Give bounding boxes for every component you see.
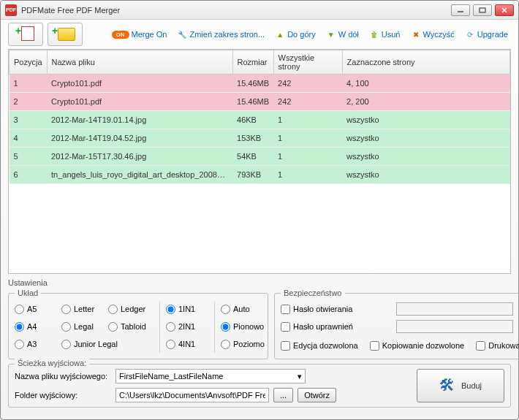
col-allpages[interactable]: Wszystkie strony	[273, 50, 342, 75]
copy-allowed-check[interactable]: Kopiowanie dozwolone	[370, 338, 465, 353]
app-window: PDF PDFMate Free PDF Merger + + ON Merge…	[0, 0, 519, 420]
minimize-button[interactable]	[451, 4, 470, 16]
settings-section: Ustawienia Układ A5LetterLedgerA4LegalTa…	[8, 278, 511, 359]
add-file-icon: +	[17, 26, 34, 42]
output-name-combo[interactable]: FirstFileName_LastFileName ▾	[115, 369, 306, 383]
radio-junior-legal[interactable]: Junior Legal	[61, 337, 105, 351]
col-filename[interactable]: Nazwa pliku	[47, 50, 232, 75]
broom-icon: ✖	[411, 29, 421, 39]
table-row[interactable]: 1Crypto101.pdf15.46MB2424, 100	[10, 75, 510, 93]
arrow-down-icon: ▼	[326, 29, 336, 39]
tools-icon: 🛠	[439, 376, 455, 395]
titlebar: PDF PDFMate Free PDF Merger	[1, 1, 518, 20]
open-password-input	[396, 302, 513, 316]
merge-toggle[interactable]: ON Merge On	[109, 28, 170, 40]
maximize-button[interactable]	[473, 4, 492, 16]
col-position[interactable]: Pozycja	[10, 50, 48, 75]
table-row[interactable]: 52012-Mar-15T17.30.46.jpg54KB1wszystko	[10, 148, 510, 166]
layout-legend: Układ	[15, 289, 41, 297]
add-file-button[interactable]: +	[8, 23, 43, 46]
security-fieldset: Bezpieczeństwo Hasło otwierania Hasło up…	[274, 289, 519, 359]
arrow-up-icon: ▲	[275, 29, 285, 39]
toolbar: + + ON Merge On 🔧Zmień zakres stron... ▲…	[1, 20, 518, 49]
output-folder-label: Folder wyjściowy:	[15, 391, 110, 400]
radio-a5[interactable]: A5	[15, 302, 58, 316]
add-folder-button[interactable]: +	[48, 23, 83, 46]
clear-link[interactable]: ✖Wyczyść	[408, 28, 458, 41]
table-row[interactable]: 32012-Mar-14T19.01.14.jpg46KB1wszystko	[10, 111, 510, 129]
upgrade-link[interactable]: ⟳Upgrade	[462, 28, 511, 41]
perm-password-check[interactable]: Hasło uprawnień	[281, 319, 390, 334]
build-button[interactable]: 🛠 Buduj	[417, 369, 504, 402]
settings-label: Ustawienia	[8, 278, 511, 287]
move-up-link[interactable]: ▲Do góry	[272, 28, 319, 41]
svg-rect-1	[480, 8, 485, 12]
radio-pionowo[interactable]: Pionowo	[221, 319, 262, 334]
output-folder-input[interactable]	[115, 388, 269, 402]
open-password-check[interactable]: Hasło otwierania	[281, 302, 390, 316]
perm-password-input	[396, 320, 513, 333]
col-size[interactable]: Rozmiar	[232, 50, 273, 75]
move-down-link[interactable]: ▼W dół	[323, 28, 362, 41]
add-folder-icon: +	[55, 26, 75, 42]
upgrade-icon: ⟳	[465, 29, 475, 39]
layout-fieldset: Układ A5LetterLedgerA4LegalTabloidA3Juni…	[8, 289, 268, 359]
radio-1in1[interactable]: 1IN1	[166, 302, 207, 316]
close-button[interactable]	[495, 4, 514, 16]
edit-allowed-check[interactable]: Edycja dozwolona	[281, 338, 358, 353]
wrench-icon: 🔧	[177, 29, 187, 39]
output-name-label: Nazwa pliku wyjściowego:	[15, 372, 110, 381]
delete-link[interactable]: 🗑Usuń	[366, 28, 404, 41]
output-section: Ścieżka wyjściowa: Nazwa pliku wyjściowe…	[8, 364, 511, 408]
chevron-down-icon: ▾	[298, 372, 302, 381]
radio-a4[interactable]: A4	[15, 319, 58, 334]
table-row[interactable]: 2Crypto101.pdf15.46MB2422, 200	[10, 93, 510, 111]
table-row[interactable]: 6tn_angels_luis_royo_digital_art_desktop…	[10, 166, 510, 184]
radio-ledger[interactable]: Ledger	[108, 302, 152, 316]
security-legend: Bezpieczeństwo	[281, 289, 345, 297]
table-row[interactable]: 42012-Mar-14T19.04.52.jpg153KB1wszystko	[10, 129, 510, 148]
radio-legal[interactable]: Legal	[61, 319, 105, 334]
radio-tabloid[interactable]: Tabloid	[108, 319, 152, 334]
toggle-on-icon: ON	[112, 31, 129, 39]
window-title: PDFMate Free PDF Merger	[21, 6, 451, 15]
radio-poziomo[interactable]: Poziomo	[221, 337, 262, 351]
browse-button[interactable]: ...	[273, 388, 293, 402]
output-legend: Ścieżka wyjściowa:	[15, 359, 89, 367]
radio-letter[interactable]: Letter	[61, 302, 105, 316]
trash-icon: 🗑	[369, 29, 379, 39]
file-table: Pozycja Nazwa pliku Rozmiar Wszystkie st…	[8, 49, 511, 274]
print-allowed-check[interactable]: Drukowanie dozwolone	[476, 338, 519, 353]
change-range-link[interactable]: 🔧Zmień zakres stron...	[174, 28, 268, 41]
radio-2in1[interactable]: 2IN1	[166, 319, 207, 334]
radio-auto[interactable]: Auto	[221, 302, 262, 316]
open-folder-button[interactable]: Otwórz	[298, 388, 336, 402]
col-markedpages[interactable]: Zaznaczone strony	[342, 50, 509, 75]
radio-a3[interactable]: A3	[15, 337, 58, 351]
radio-4in1[interactable]: 4IN1	[166, 337, 207, 351]
app-icon: PDF	[5, 4, 17, 16]
